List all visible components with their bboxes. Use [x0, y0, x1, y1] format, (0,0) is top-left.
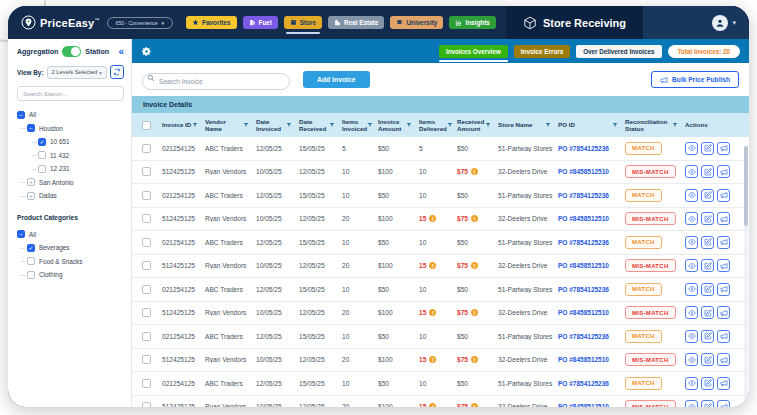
tree-item-dallas[interactable]: +Dallas [27, 189, 124, 203]
publish-button[interactable] [717, 259, 730, 272]
tree-item-beverages[interactable]: ✓Beverages [27, 241, 124, 255]
tab-over-delivered-invoices[interactable]: Over Delivered Invoices [576, 45, 661, 58]
filter-icon[interactable] [192, 122, 198, 128]
filter-icon[interactable] [329, 122, 335, 128]
tab-invoice-errors[interactable]: Invoice Errors [514, 45, 570, 58]
row-checkbox[interactable] [142, 167, 151, 176]
po-link[interactable]: PO #8458512510 [558, 403, 609, 407]
po-link[interactable]: PO #7854125236 [558, 239, 609, 246]
tree-item-san-antonio[interactable]: +San Antonio [27, 176, 124, 190]
table-scrollbar[interactable] [744, 146, 748, 405]
po-link[interactable]: PO #7854125236 [558, 380, 609, 387]
checkbox-10-651[interactable]: ✓ [38, 138, 46, 146]
publish-button[interactable] [717, 283, 730, 296]
filter-icon[interactable] [286, 122, 292, 128]
po-link[interactable]: PO #8458512510 [558, 262, 609, 269]
row-checkbox[interactable] [142, 261, 151, 270]
view-button[interactable] [685, 353, 698, 366]
tree-item-food-snacks[interactable]: Food & Snacks [27, 255, 124, 269]
row-checkbox[interactable] [142, 144, 151, 153]
nav-real-estate[interactable]: Real Estate [328, 16, 384, 29]
checkbox-all[interactable]: − [17, 230, 25, 238]
filter-icon[interactable] [545, 122, 551, 128]
view-button[interactable] [685, 165, 698, 178]
filter-icon[interactable] [672, 122, 678, 128]
edit-button[interactable] [701, 236, 714, 249]
brand-logo[interactable]: PriceEasy™ [21, 15, 100, 30]
nav-store[interactable]: Store [284, 16, 322, 29]
edit-button[interactable] [701, 189, 714, 202]
po-link[interactable]: PO #8458512510 [558, 168, 609, 175]
view-button[interactable] [685, 330, 698, 343]
tree-item-12-231[interactable]: 12 231 [38, 162, 124, 176]
invoice-search-input[interactable] [142, 73, 290, 90]
view-button[interactable] [685, 306, 698, 319]
filter-icon[interactable] [485, 122, 491, 128]
view-button[interactable] [685, 189, 698, 202]
publish-button[interactable] [717, 212, 730, 225]
tree-item-all[interactable]: −All [17, 228, 124, 242]
po-link[interactable]: PO #7854125236 [558, 145, 609, 152]
publish-button[interactable] [717, 236, 730, 249]
scrollbar-thumb[interactable] [744, 146, 748, 226]
view-button[interactable] [685, 142, 698, 155]
view-button[interactable] [685, 377, 698, 390]
refresh-button[interactable] [110, 65, 124, 79]
po-link[interactable]: PO #8458512510 [558, 309, 609, 316]
station-selector[interactable]: 650 - Convenience ▾ [107, 17, 174, 29]
view-by-select[interactable]: 2 Levels Selected ▾ [47, 66, 107, 79]
checkbox-all[interactable]: − [17, 111, 25, 119]
publish-button[interactable] [717, 377, 730, 390]
edit-button[interactable] [701, 330, 714, 343]
filter-icon[interactable] [243, 122, 249, 128]
chevron-down-icon[interactable]: ▾ [732, 19, 736, 27]
user-avatar[interactable] [712, 15, 728, 31]
checkbox-food-snacks[interactable] [27, 257, 35, 265]
checkbox-san-antonio[interactable]: + [27, 178, 35, 186]
column-header-date-invoiced[interactable]: Date Invoiced [256, 118, 299, 133]
gear-icon[interactable] [141, 46, 152, 57]
tree-item-clothing[interactable]: Clothing [27, 268, 124, 282]
select-all-checkbox[interactable] [142, 121, 151, 130]
tree-item-all[interactable]: −All [17, 108, 124, 122]
aggregation-toggle[interactable] [62, 46, 81, 57]
column-header-date-received[interactable]: Date Received [299, 118, 342, 133]
column-header-received-amount[interactable]: Received Amount [457, 118, 498, 133]
publish-button[interactable] [717, 189, 730, 202]
tab-total-invoices-20[interactable]: Total Invoices: 20 [668, 45, 740, 58]
station-search-input[interactable] [17, 86, 124, 101]
checkbox-clothing[interactable] [27, 271, 35, 279]
view-button[interactable] [685, 283, 698, 296]
row-checkbox[interactable] [142, 355, 151, 364]
publish-button[interactable] [717, 165, 730, 178]
checkbox-12-231[interactable] [38, 165, 46, 173]
publish-button[interactable] [717, 330, 730, 343]
column-header-invoice-id[interactable]: Invoice ID [162, 121, 205, 128]
checkbox-beverages[interactable]: ✓ [27, 244, 35, 252]
checkbox-11-432[interactable] [38, 151, 46, 159]
view-button[interactable] [685, 259, 698, 272]
checkbox-houston[interactable]: − [27, 124, 35, 132]
tree-item-10-651[interactable]: ✓10 651 [38, 135, 124, 149]
row-checkbox[interactable] [142, 379, 151, 388]
column-header-items-invoiced[interactable]: Items Invoiced [342, 118, 378, 133]
tab-invoices-overview[interactable]: Invoices Overview [439, 45, 508, 58]
row-checkbox[interactable] [142, 308, 151, 317]
edit-button[interactable] [701, 259, 714, 272]
edit-button[interactable] [701, 142, 714, 155]
row-checkbox[interactable] [142, 238, 151, 247]
row-checkbox[interactable] [142, 285, 151, 294]
bulk-price-publish-button[interactable]: Bulk Price Publish [651, 71, 739, 88]
publish-button[interactable] [717, 353, 730, 366]
column-header-store-name[interactable]: Store Name [498, 121, 558, 128]
po-link[interactable]: PO #7854125236 [558, 286, 609, 293]
edit-button[interactable] [701, 377, 714, 390]
filter-icon[interactable] [406, 122, 412, 128]
publish-button[interactable] [717, 400, 730, 407]
column-header-invoice-amount[interactable]: Invoice Amount [378, 118, 419, 133]
checkbox-dallas[interactable]: + [27, 192, 35, 200]
view-button[interactable] [685, 212, 698, 225]
edit-button[interactable] [701, 353, 714, 366]
column-header-items-delivered[interactable]: Items Delivered [419, 118, 457, 133]
edit-button[interactable] [701, 283, 714, 296]
